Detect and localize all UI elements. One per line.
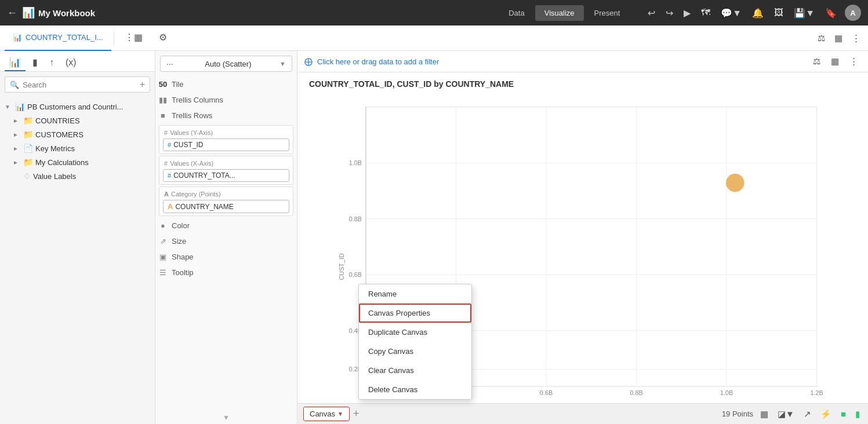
y-axis-drop-zone[interactable]: # Values (Y-Axis) # CUST_ID — [159, 125, 293, 154]
root-icon: 📊 — [15, 102, 25, 111]
category-chip[interactable]: A COUNTRY_NAME — [163, 200, 289, 213]
middle-scroll-area: 50 Tile ▮▮ Trellis Columns ■ Trellis Row… — [155, 76, 297, 411]
toolbar-tab-dataset[interactable]: 📊 COUNTRY_TOTAL_I... — [5, 25, 111, 51]
shape-section[interactable]: ▣ Shape — [155, 249, 297, 265]
ctx-rename[interactable]: Rename — [359, 284, 471, 304]
toolbar-tab-grid[interactable]: ⋮▦ — [117, 25, 151, 51]
left-tab-bar[interactable]: ▮ — [28, 54, 42, 71]
more-icon-btn[interactable]: ⋮ — [849, 31, 863, 45]
size-section[interactable]: ⇗ Size — [155, 233, 297, 249]
search-icon: 🔍 — [10, 81, 19, 89]
tooltip-label: Tooltip — [172, 268, 194, 277]
back-button[interactable]: ← — [7, 7, 17, 19]
layout-icon-btn[interactable]: ▦ — [831, 31, 845, 45]
toolbar-tab-tune[interactable]: ⚙ — [151, 25, 175, 51]
y-axis-header: # Values (Y-Axis) — [163, 128, 289, 138]
tree-item-countries[interactable]: ► 📁 COUNTRIES — [0, 114, 155, 127]
x-axis-chip-icon: # — [168, 172, 171, 179]
category-header-icon: A — [164, 191, 169, 198]
tile-label: Tile — [172, 80, 183, 89]
customers-chevron: ► — [13, 131, 21, 138]
image-button[interactable]: 🖼 — [772, 6, 786, 19]
tooltip-icon: ☰ — [158, 268, 168, 277]
search-input[interactable] — [23, 81, 136, 89]
ctx-duplicate-canvas[interactable]: Duplicate Canvas — [359, 323, 471, 342]
save-button[interactable]: 💾▼ — [791, 6, 817, 20]
chart-type-dropdown[interactable]: ··· Auto (Scatter) ▼ — [160, 56, 292, 72]
canvas-tab[interactable]: Canvas ▼ — [303, 407, 350, 421]
key-metrics-label: Key Metrics — [35, 144, 75, 153]
bottom-green1-icon[interactable]: ■ — [838, 408, 848, 420]
trellis-columns-section[interactable]: ▮▮ Trellis Columns — [155, 92, 297, 108]
filter-icon[interactable]: ⚖ — [810, 54, 823, 68]
bottom-layout-icon[interactable]: ◪▼ — [775, 408, 797, 421]
trellis-columns-label: Trellis Columns — [172, 96, 223, 104]
svg-text:0.6B: 0.6B — [349, 271, 362, 278]
trellis-rows-section[interactable]: ■ Trellis Rows — [155, 108, 297, 123]
middle-panel: ··· Auto (Scatter) ▼ 50 Tile ▮▮ Trellis … — [155, 51, 297, 424]
nav-actions: ↩ ↪ ▶ 🗺 💬▼ 🔔 🖼 💾▼ 🔖 A — [645, 5, 861, 21]
key-metrics-chevron: ► — [13, 145, 21, 152]
x-axis-header-label: Values (X-Axis) — [170, 160, 213, 167]
y-axis-chip[interactable]: # CUST_ID — [163, 138, 289, 151]
svg-text:1.0B: 1.0B — [349, 159, 362, 166]
x-axis-drop-zone[interactable]: # Values (X-Axis) # COUNTRY_TOTA... — [159, 156, 293, 185]
redo-button[interactable]: ↪ — [663, 6, 675, 20]
color-section[interactable]: ● Color — [155, 218, 297, 233]
customers-label: CUSTOMERS — [35, 130, 83, 139]
tree-item-customers[interactable]: ► 📁 CUSTOMERS — [0, 127, 155, 141]
comment-button[interactable]: 💬▼ — [718, 6, 744, 20]
tile-section[interactable]: 50 Tile — [155, 76, 297, 92]
avatar[interactable]: A — [845, 5, 861, 21]
scatter-icon: ··· — [166, 59, 173, 68]
nav-tab-data[interactable]: Data — [499, 5, 533, 21]
second-toolbar: 📊 COUNTRY_TOTAL_I... ⋮▦ ⚙ ⚖ ▦ ⋮ — [0, 25, 868, 51]
alert-button[interactable]: 🔔 — [750, 6, 766, 20]
undo-button[interactable]: ↩ — [645, 6, 658, 20]
tree-item-key-metrics[interactable]: ► 📄 Key Metrics — [0, 141, 155, 155]
svg-text:0.8B: 0.8B — [630, 389, 642, 396]
x-axis-chip[interactable]: # COUNTRY_TOTA... — [163, 169, 289, 182]
category-drop-zone[interactable]: A Category (Points) A COUNTRY_NAME — [159, 187, 293, 216]
bottom-export-icon[interactable]: ↗ — [801, 408, 813, 421]
tooltip-section[interactable]: ☰ Tooltip — [155, 265, 297, 280]
tree-item-my-calculations[interactable]: ► 📁 My Calculations — [0, 155, 155, 169]
y-axis-chip-label: CUST_ID — [173, 141, 203, 149]
filter-bar-right: ⚖ ▦ ⋮ — [810, 54, 861, 68]
dataset-icon: 📊 — [13, 33, 22, 42]
run-button[interactable]: ▶ — [681, 6, 693, 20]
y-axis-header-label: Values (Y-Axis) — [170, 129, 213, 136]
left-tab-trend[interactable]: ↑ — [45, 55, 59, 71]
shape-label: Shape — [172, 253, 194, 261]
bottom-green2-icon[interactable]: ▮ — [853, 408, 862, 421]
filter-bar-label: Click here or drag data to add a filter — [317, 57, 439, 66]
main-layout: 📊 ▮ ↑ (x) 🔍 + ▼ 📊 PB Customers and Count… — [0, 51, 868, 424]
tree-item-value-labels[interactable]: ♢ Value Labels — [0, 169, 155, 183]
ctx-delete-canvas[interactable]: Delete Canvas — [359, 380, 471, 399]
add-field-button[interactable]: + — [140, 79, 145, 90]
tile-icon: 50 — [158, 80, 168, 89]
filter-icon-btn[interactable]: ⚖ — [815, 31, 828, 45]
add-canvas-button[interactable]: + — [350, 407, 363, 421]
canvas-more-icon[interactable]: ⋮ — [847, 54, 861, 68]
x-axis-header-icon: # — [164, 160, 168, 167]
y-axis-header-icon: # — [164, 129, 168, 136]
nav-tab-visualize[interactable]: Visualize — [535, 5, 584, 21]
map-button[interactable]: 🗺 — [699, 6, 713, 19]
canvas-layout-icon[interactable]: ▦ — [828, 54, 842, 68]
bottom-grid-icon[interactable]: ▦ — [758, 408, 771, 421]
nav-tab-present[interactable]: Present — [585, 5, 630, 21]
chart-type-selector: ··· Auto (Scatter) ▼ — [155, 51, 297, 76]
left-tab-calc[interactable]: (x) — [61, 55, 81, 71]
svg-text:0.6B: 0.6B — [540, 389, 553, 396]
ctx-copy-canvas[interactable]: Copy Canvas — [359, 342, 471, 361]
bottom-lightning-icon[interactable]: ⚡ — [818, 408, 834, 421]
left-tab-dataset[interactable]: 📊 — [5, 54, 26, 71]
bookmark-button[interactable]: 🔖 — [823, 6, 839, 20]
data-point-3[interactable] — [726, 174, 744, 192]
tree-item-root[interactable]: ▼ 📊 PB Customers and Countri... — [0, 100, 155, 114]
filter-bar[interactable]: ⨁ Click here or drag data to add a filte… — [297, 51, 868, 72]
top-nav: ← 📊 My Workbook Data Visualize Present ↩… — [0, 0, 868, 25]
ctx-clear-canvas[interactable]: Clear Canvas — [359, 361, 471, 380]
ctx-canvas-properties[interactable]: Canvas Properties — [359, 304, 471, 323]
